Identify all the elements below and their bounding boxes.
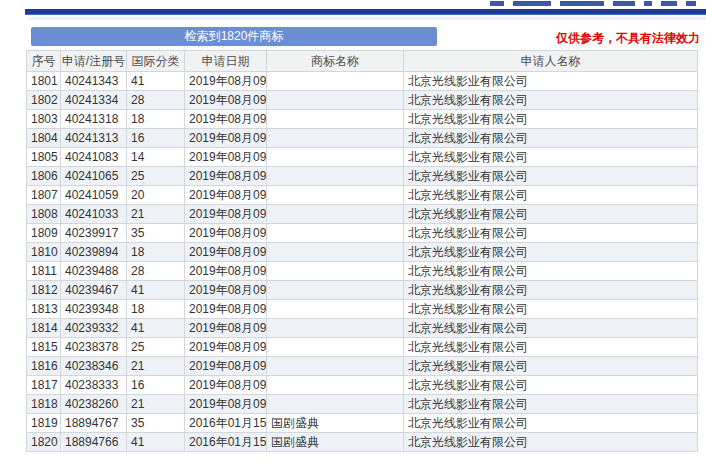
- seq-cell: 1814: [27, 319, 61, 338]
- intl-class-cell: 16: [127, 376, 185, 395]
- reg-no-link[interactable]: 40239894: [61, 243, 127, 262]
- intl-class-cell: 41: [127, 433, 185, 452]
- header-applicant: 申请人名称: [404, 51, 698, 72]
- intl-class-cell: 25: [127, 338, 185, 357]
- intl-class-cell: 21: [127, 395, 185, 414]
- table-row: 1820 18894766 41 2016年01月15日 国剧盛典 北京光线影业…: [27, 433, 698, 452]
- reg-no-link[interactable]: 40239467: [61, 281, 127, 300]
- reg-no-link[interactable]: 40238333: [61, 376, 127, 395]
- seq-cell: 1805: [27, 148, 61, 167]
- app-date-cell: 2019年08月09日: [185, 395, 267, 414]
- reg-no-link[interactable]: 18894766: [61, 433, 127, 452]
- applicant-cell: 北京光线影业有限公司: [404, 281, 698, 300]
- reg-no-link[interactable]: 40241343: [61, 72, 127, 91]
- tm-name-link: [267, 395, 404, 414]
- applicant-cell: 北京光线影业有限公司: [404, 414, 698, 433]
- seq-cell: 1802: [27, 91, 61, 110]
- applicant-cell: 北京光线影业有限公司: [404, 433, 698, 452]
- seq-cell: 1807: [27, 186, 61, 205]
- applicant-cell: 北京光线影业有限公司: [404, 357, 698, 376]
- intl-class-cell: 14: [127, 148, 185, 167]
- tm-name-link: [267, 281, 404, 300]
- app-date-cell: 2019年08月09日: [185, 281, 267, 300]
- table-header: 序号 申请/注册号 国际分类 申请日期 商标名称 申请人名称: [27, 51, 698, 72]
- app-date-cell: 2019年08月09日: [185, 205, 267, 224]
- applicant-cell: 北京光线影业有限公司: [404, 72, 698, 91]
- intl-class-cell: 18: [127, 110, 185, 129]
- header-tm-name: 商标名称: [267, 51, 404, 72]
- disclaimer-text: 仅供参考，不具有法律效力: [556, 30, 700, 47]
- table-row: 1804 40241313 16 2019年08月09日 北京光线影业有限公司: [27, 129, 698, 148]
- tm-name-link: [267, 110, 404, 129]
- reg-no-link[interactable]: 40241059: [61, 186, 127, 205]
- seq-cell: 1816: [27, 357, 61, 376]
- search-result-banner: 检索到1820件商标: [31, 27, 437, 46]
- reg-no-link[interactable]: 40239488: [61, 262, 127, 281]
- reg-no-link[interactable]: 40239332: [61, 319, 127, 338]
- content-top-strip: [28, 17, 706, 20]
- app-date-cell: 2019年08月09日: [185, 224, 267, 243]
- reg-no-link[interactable]: 40238346: [61, 357, 127, 376]
- app-date-cell: 2019年08月09日: [185, 129, 267, 148]
- app-date-cell: 2019年08月09日: [185, 186, 267, 205]
- tm-name-link: [267, 262, 404, 281]
- table-row: 1813 40239348 18 2019年08月09日 北京光线影业有限公司: [27, 300, 698, 319]
- tm-name-link: [267, 205, 404, 224]
- tm-name-link[interactable]: 国剧盛典: [267, 414, 404, 433]
- app-date-cell: 2016年01月15日: [185, 414, 267, 433]
- reg-no-link[interactable]: 40239917: [61, 224, 127, 243]
- app-date-cell: 2019年08月09日: [185, 319, 267, 338]
- table-row: 1814 40239332 41 2019年08月09日 北京光线影业有限公司: [27, 319, 698, 338]
- app-date-cell: 2019年08月09日: [185, 300, 267, 319]
- app-date-cell: 2019年08月09日: [185, 72, 267, 91]
- app-date-cell: 2019年08月09日: [185, 243, 267, 262]
- reg-no-link[interactable]: 40241033: [61, 205, 127, 224]
- reg-no-link[interactable]: 40241083: [61, 148, 127, 167]
- reg-no-link[interactable]: 40241318: [61, 110, 127, 129]
- reg-no-link[interactable]: 40238378: [61, 338, 127, 357]
- applicant-cell: 北京光线影业有限公司: [404, 300, 698, 319]
- applicant-cell: 北京光线影业有限公司: [404, 186, 698, 205]
- table-row: 1815 40238378 25 2019年08月09日 北京光线影业有限公司: [27, 338, 698, 357]
- app-date-cell: 2019年08月09日: [185, 338, 267, 357]
- intl-class-cell: 41: [127, 281, 185, 300]
- intl-class-cell: 25: [127, 167, 185, 186]
- tm-name-link[interactable]: 国剧盛典: [267, 433, 404, 452]
- table-row: 1816 40238346 21 2019年08月09日 北京光线影业有限公司: [27, 357, 698, 376]
- table-row: 1803 40241318 18 2019年08月09日 北京光线影业有限公司: [27, 110, 698, 129]
- tm-name-link: [267, 243, 404, 262]
- reg-no-link[interactable]: 40241313: [61, 129, 127, 148]
- intl-class-cell: 41: [127, 72, 185, 91]
- seq-cell: 1806: [27, 167, 61, 186]
- seq-cell: 1815: [27, 338, 61, 357]
- table-row: 1818 40238260 21 2019年08月09日 北京光线影业有限公司: [27, 395, 698, 414]
- seq-cell: 1818: [27, 395, 61, 414]
- header-seq: 序号: [27, 51, 61, 72]
- table-row: 1819 18894767 35 2016年01月15日 国剧盛典 北京光线影业…: [27, 414, 698, 433]
- tm-name-link: [267, 300, 404, 319]
- reg-no-link[interactable]: 40239348: [61, 300, 127, 319]
- reg-no-link[interactable]: 18894767: [61, 414, 127, 433]
- intl-class-cell: 20: [127, 186, 185, 205]
- table-row: 1817 40238333 16 2019年08月09日 北京光线影业有限公司: [27, 376, 698, 395]
- applicant-cell: 北京光线影业有限公司: [404, 148, 698, 167]
- intl-class-cell: 35: [127, 414, 185, 433]
- app-date-cell: 2019年08月09日: [185, 262, 267, 281]
- reg-no-link[interactable]: 40241334: [61, 91, 127, 110]
- applicant-cell: 北京光线影业有限公司: [404, 262, 698, 281]
- tm-name-link: [267, 91, 404, 110]
- reg-no-link[interactable]: 40241065: [61, 167, 127, 186]
- tm-name-link: [267, 129, 404, 148]
- reg-no-link[interactable]: 40238260: [61, 395, 127, 414]
- app-date-cell: 2019年08月09日: [185, 167, 267, 186]
- applicant-cell: 北京光线影业有限公司: [404, 224, 698, 243]
- intl-class-cell: 41: [127, 319, 185, 338]
- seq-cell: 1812: [27, 281, 61, 300]
- intl-class-cell: 35: [127, 224, 185, 243]
- seq-cell: 1801: [27, 72, 61, 91]
- applicant-cell: 北京光线影业有限公司: [404, 376, 698, 395]
- intl-class-cell: 18: [127, 243, 185, 262]
- table-row: 1809 40239917 35 2019年08月09日 北京光线影业有限公司: [27, 224, 698, 243]
- tm-name-link: [267, 338, 404, 357]
- tm-name-link: [267, 376, 404, 395]
